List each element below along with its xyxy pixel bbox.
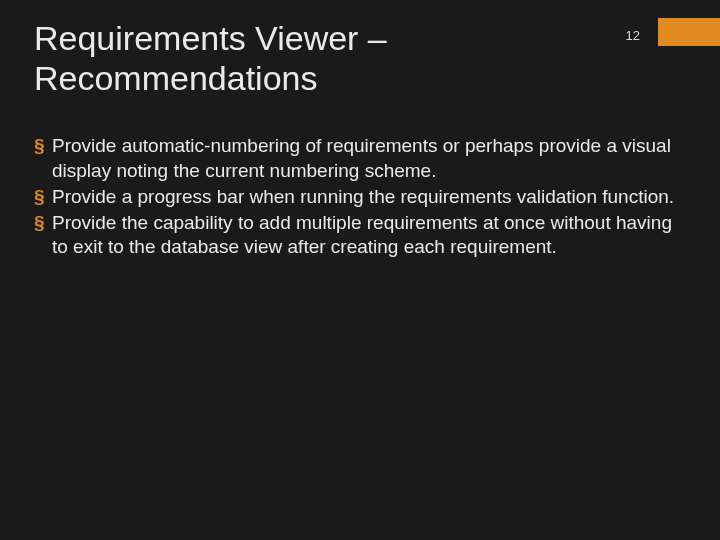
- bullet-text: Provide automatic-numbering of requireme…: [52, 135, 671, 180]
- accent-block: [658, 18, 720, 46]
- bullet-item: Provide the capability to add multiple r…: [34, 211, 686, 260]
- page-number-area: 12: [626, 18, 720, 46]
- page-number: 12: [626, 28, 640, 43]
- slide-title: Requirements Viewer – Recommendations: [34, 18, 554, 98]
- slide-content: Provide automatic-numbering of requireme…: [34, 134, 686, 260]
- bullet-item: Provide a progress bar when running the …: [34, 185, 686, 209]
- bullet-text: Provide the capability to add multiple r…: [52, 212, 672, 257]
- slide: Requirements Viewer – Recommendations 12…: [0, 0, 720, 540]
- slide-header: Requirements Viewer – Recommendations: [34, 18, 686, 98]
- bullet-text: Provide a progress bar when running the …: [52, 186, 674, 207]
- bullet-item: Provide automatic-numbering of requireme…: [34, 134, 686, 183]
